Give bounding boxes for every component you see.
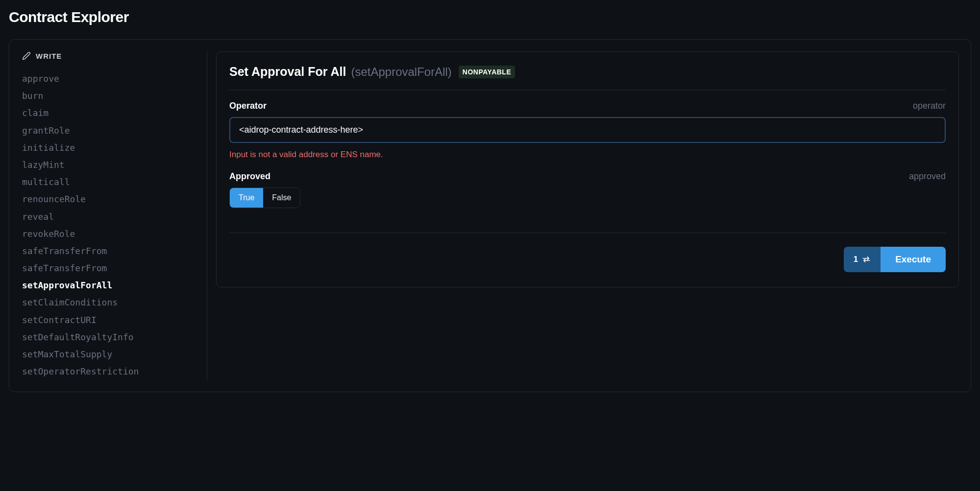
param-approved-label: Approved [229, 171, 270, 182]
payability-badge: NONPAYABLE [459, 66, 515, 78]
function-card: Set Approval For All (setApprovalForAll)… [216, 51, 959, 287]
sidebar-item-lazymint[interactable]: lazyMint [21, 156, 198, 173]
param-operator-header: Operator operator [229, 101, 946, 111]
approved-true-button[interactable]: True [230, 188, 263, 208]
page-title: Contract Explorer [9, 9, 971, 25]
content-panel: Set Approval For All (setApprovalForAll)… [207, 51, 959, 380]
sidebar-item-claim[interactable]: claim [21, 104, 198, 121]
sidebar-item-burn[interactable]: burn [21, 87, 198, 104]
operator-error: Input is not a valid address or ENS name… [229, 150, 946, 160]
param-operator: Operator operator Input is not a valid a… [229, 101, 946, 160]
sidebar-item-setoperatorrestriction[interactable]: setOperatorRestriction [21, 363, 198, 380]
sidebar-item-safetransferfrom-1[interactable]: safeTransferFrom [21, 242, 198, 259]
sidebar: WRITE approve burn claim grantRole initi… [21, 51, 207, 380]
param-approved-header: Approved approved [229, 171, 946, 182]
swap-icon [862, 256, 871, 263]
sidebar-header: WRITE [21, 51, 198, 60]
transaction-count: 1 [854, 255, 858, 264]
transaction-count-button[interactable]: 1 [844, 247, 881, 272]
sidebar-item-setmaxtotalsupply[interactable]: setMaxTotalSupply [21, 346, 198, 363]
sidebar-item-renouncerole[interactable]: renounceRole [21, 190, 198, 208]
operator-input[interactable] [229, 117, 946, 143]
sidebar-header-label: WRITE [36, 52, 62, 60]
execute-group: 1 Execute [844, 247, 946, 272]
sidebar-item-revokerole[interactable]: revokeRole [21, 225, 198, 242]
sidebar-item-reveal[interactable]: reveal [21, 208, 198, 225]
execute-button[interactable]: Execute [881, 247, 946, 272]
main-container: WRITE approve burn claim grantRole initi… [9, 39, 971, 392]
card-footer: 1 Execute [229, 233, 946, 272]
sidebar-item-setdefaultroyaltyinfo[interactable]: setDefaultRoyaltyInfo [21, 328, 198, 346]
param-operator-name: operator [913, 101, 946, 111]
sidebar-item-setcontracturi[interactable]: setContractURI [21, 311, 198, 328]
function-title: Set Approval For All [229, 65, 346, 79]
param-operator-label: Operator [229, 101, 267, 111]
approved-toggle: True False [229, 187, 300, 208]
param-approved-name: approved [909, 171, 946, 182]
sidebar-item-grantrole[interactable]: grantRole [21, 122, 198, 139]
sidebar-item-setclaimconditions[interactable]: setClaimConditions [21, 294, 198, 311]
sidebar-item-approve[interactable]: approve [21, 70, 198, 87]
sidebar-item-setapprovalforall[interactable]: setApprovalForAll [21, 277, 198, 294]
sidebar-item-multicall[interactable]: multicall [21, 173, 198, 190]
function-header: Set Approval For All (setApprovalForAll)… [229, 65, 946, 90]
param-approved: Approved approved True False [229, 171, 946, 208]
sidebar-item-initialize[interactable]: initialize [21, 139, 198, 156]
sidebar-item-safetransferfrom-2[interactable]: safeTransferFrom [21, 259, 198, 277]
approved-false-button[interactable]: False [263, 188, 300, 208]
pencil-icon [22, 51, 31, 60]
function-signature: (setApprovalForAll) [351, 65, 451, 79]
